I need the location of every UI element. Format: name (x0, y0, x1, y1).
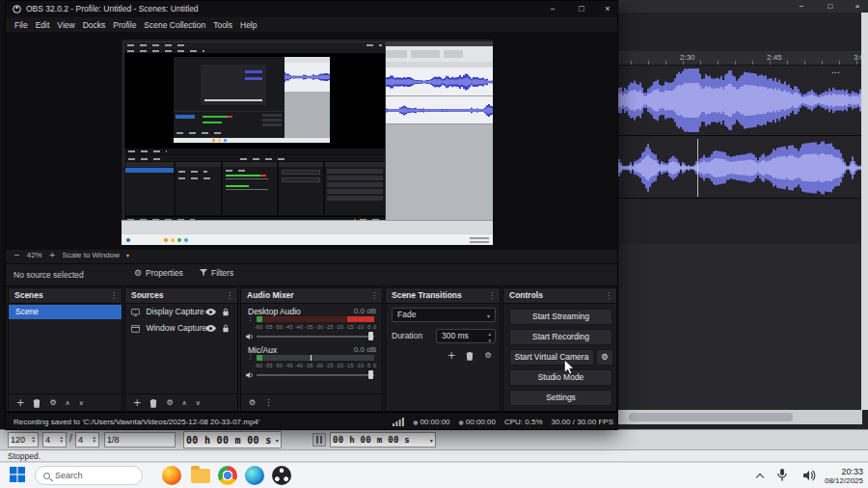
menu-item[interactable]: Edit (36, 20, 50, 30)
snap-value: 1/8 (107, 435, 120, 445)
time-display-caret-icon[interactable]: ▾ (274, 437, 279, 444)
obs-taskbar-icon[interactable] (272, 466, 291, 485)
menu-item[interactable]: View (57, 20, 74, 30)
lock-icon[interactable] (222, 324, 230, 333)
scale-mode-label[interactable]: Scale to Window (62, 251, 120, 259)
snap-field[interactable]: 1/8 (104, 432, 176, 447)
source-properties-icon[interactable]: ⚙ (166, 398, 173, 407)
scale-mode-caret-icon[interactable]: ▾ (126, 252, 129, 258)
move-scene-up-icon[interactable]: ∧ (66, 399, 70, 407)
remove-transition-icon[interactable] (466, 351, 474, 361)
remove-source-icon[interactable] (149, 398, 157, 408)
timesig-lower-field[interactable]: 4 ▲▼ (75, 432, 99, 447)
selection-toolbar-icon[interactable] (312, 433, 326, 447)
horizontal-scrollbar[interactable] (579, 410, 862, 424)
start-virtual-camera-button[interactable]: Start Virtual Camera (509, 349, 594, 366)
menu-item[interactable]: Docks (83, 20, 106, 30)
audio-track-1[interactable] (579, 66, 861, 136)
start-recording-button[interactable]: Start Recording (509, 329, 612, 345)
speaker-mute-icon[interactable] (246, 371, 255, 379)
scale-tick-label: -60 (255, 363, 262, 368)
start-streaming-button[interactable]: Start Streaming (509, 309, 612, 325)
microphone-tray-icon[interactable] (776, 469, 788, 482)
move-scene-down-icon[interactable]: ∨ (79, 399, 84, 407)
mixer-settings-icon[interactable]: ⚙ (249, 398, 256, 407)
settings-button[interactable]: Settings (509, 390, 612, 406)
add-transition-icon[interactable]: + (448, 350, 455, 361)
properties-button[interactable]: ⚙ Properties (134, 268, 183, 278)
menu-item[interactable]: Scene Collection (144, 20, 205, 30)
selection-time-display[interactable]: 00 h 00 m 00 s ▾ (330, 432, 436, 447)
tray-clock[interactable]: 20:33 08/12/2025 (825, 467, 863, 486)
sources-dock-header[interactable]: Sources (125, 288, 237, 304)
duration-spinbox[interactable]: 300 ms ▴ ▾ (436, 329, 496, 343)
mixer-dock-menu-icon[interactable]: ⋮ (370, 288, 378, 303)
audacity-close-button[interactable]: × (847, 1, 868, 12)
move-source-down-icon[interactable]: ∨ (196, 399, 201, 407)
scenes-dock-header[interactable]: Scenes (9, 288, 122, 304)
transitions-dock-menu-icon[interactable]: ⋮ (488, 288, 496, 303)
timesig-upper-spinner[interactable]: ▲▼ (58, 436, 64, 445)
timesig-lower-spinner[interactable]: ▲▼ (91, 436, 96, 445)
add-scene-icon[interactable]: + (16, 397, 24, 408)
start-button-icon[interactable] (10, 467, 25, 482)
audacity-maximize-button[interactable]: □ (820, 1, 841, 12)
mixer-dock-header[interactable]: Audio Mixer (241, 288, 382, 304)
speaker-mute-icon[interactable] (246, 333, 255, 340)
spin-down-icon[interactable]: ▾ (488, 335, 491, 347)
add-source-icon[interactable]: + (133, 397, 141, 408)
menu-item[interactable]: Profile (113, 20, 136, 30)
slider-handle[interactable] (368, 332, 373, 340)
mic-aux-volume-slider[interactable] (257, 370, 374, 379)
selection-time-caret-icon[interactable]: ▾ (428, 437, 433, 444)
transitions-dock-header[interactable]: Scene Transitions (386, 288, 500, 304)
timesig-upper-field[interactable]: 4 ▲▼ (42, 432, 67, 447)
mixer-more-icon[interactable]: ⋮ (264, 398, 272, 407)
audio-track-2[interactable] (579, 137, 861, 199)
channel-menu-icon[interactable]: ⋮ (247, 314, 254, 322)
move-source-up-icon[interactable]: ∧ (182, 399, 187, 407)
controls-dock-header[interactable]: Controls (503, 288, 616, 304)
track-overflow-icon[interactable]: ⋯ (831, 68, 841, 77)
edge-icon[interactable] (245, 466, 264, 485)
minimize-button[interactable]: − (541, 1, 564, 16)
speaker-tray-icon[interactable] (803, 470, 816, 481)
close-button[interactable]: × (596, 1, 619, 16)
audacity-minimize-button[interactable]: − (791, 1, 812, 12)
filters-button[interactable]: Filters (200, 268, 233, 278)
chrome-icon[interactable] (218, 466, 237, 485)
time-display[interactable]: 00 h 00 m 00 s ▾ (183, 431, 282, 448)
menu-item[interactable]: File (14, 20, 28, 30)
vertical-scrollbar[interactable] (861, 13, 868, 410)
taskbar-search[interactable]: Search (35, 466, 143, 485)
scene-filters-icon[interactable]: ⚙ (49, 398, 56, 407)
horizontal-scrollbar-thumb[interactable] (629, 413, 793, 421)
source-list-item[interactable]: Display Capture (125, 305, 237, 319)
zoom-out-icon[interactable]: − (14, 251, 20, 259)
eye-icon[interactable] (205, 309, 216, 315)
studio-mode-button[interactable]: Studio Mode (509, 369, 612, 386)
tempo-field[interactable]: 120 ▲▼ (8, 432, 39, 447)
scene-list-item[interactable]: Scene (9, 305, 122, 319)
maximize-button[interactable]: □ (570, 1, 593, 16)
firefox-icon[interactable] (162, 466, 181, 485)
virtual-camera-config-button[interactable]: ⚙ (596, 349, 613, 366)
source-list-item[interactable]: Window Capture (125, 321, 237, 336)
menu-item[interactable]: Help (240, 20, 257, 30)
remove-scene-icon[interactable] (33, 398, 41, 408)
transition-select[interactable]: Fade ▾ (392, 308, 496, 322)
desktop-audio-volume-slider[interactable] (257, 332, 374, 340)
zoom-in-icon[interactable]: + (49, 251, 56, 259)
menu-item[interactable]: Tools (213, 20, 232, 30)
slider-handle[interactable] (368, 370, 373, 379)
lock-icon[interactable] (222, 308, 230, 316)
eye-icon[interactable] (205, 325, 216, 332)
sources-dock-menu-icon[interactable]: ⋮ (226, 288, 233, 303)
file-explorer-icon[interactable] (191, 469, 210, 483)
audacity-timeline-ruler[interactable]: 2:15 2:30 2:45 3:00 (579, 51, 862, 66)
tempo-spinner[interactable]: ▲▼ (30, 436, 36, 445)
channel-menu-icon[interactable]: ⋮ (247, 353, 254, 361)
transition-properties-icon[interactable]: ⚙ (484, 351, 491, 360)
controls-dock-menu-icon[interactable]: ⋮ (605, 288, 612, 303)
scenes-dock-menu-icon[interactable]: ⋮ (110, 288, 118, 303)
